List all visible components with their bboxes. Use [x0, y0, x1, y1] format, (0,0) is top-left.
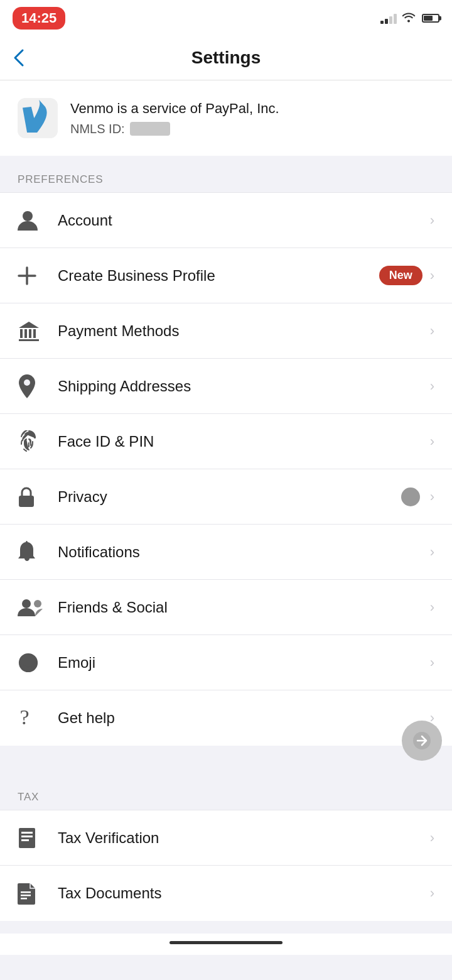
new-badge: New	[379, 266, 422, 285]
friends-icon	[18, 597, 45, 618]
preferences-label: PREFERENCES	[18, 173, 103, 185]
friends-social-chevron: ›	[430, 599, 434, 616]
emoji-item[interactable]: Emoji ›	[0, 635, 452, 690]
svg-point-13	[34, 600, 41, 607]
preferences-section-header: PREFERENCES	[0, 161, 452, 192]
svg-marker-4	[19, 322, 39, 328]
svg-point-10	[24, 379, 30, 386]
nmls-id-value	[130, 122, 170, 136]
svg-rect-23	[21, 891, 31, 893]
svg-rect-5	[20, 329, 23, 338]
shipping-addresses-item[interactable]: Shipping Addresses ›	[0, 359, 452, 414]
svg-point-15	[24, 660, 26, 662]
create-business-profile-chevron: ›	[430, 268, 434, 284]
account-chevron: ›	[430, 212, 434, 229]
payment-methods-label: Payment Methods	[58, 322, 430, 340]
status-bar: 14:25	[0, 0, 452, 35]
home-indicator	[170, 941, 282, 944]
tax-label: TAX	[18, 791, 39, 803]
signal-icon	[380, 13, 397, 24]
svg-point-12	[22, 599, 31, 608]
page-title: Settings	[191, 48, 261, 68]
tax-section-header: TAX	[0, 778, 452, 810]
plus-icon	[18, 266, 45, 285]
create-business-profile-label: Create Business Profile	[58, 267, 379, 285]
privacy-item[interactable]: Privacy ›	[0, 469, 452, 525]
svg-rect-19	[19, 828, 35, 848]
shipping-addresses-chevron: ›	[430, 378, 434, 395]
venmo-banner: Venmo is a service of PayPal, Inc. NMLS …	[0, 80, 452, 161]
person-icon	[18, 209, 45, 232]
friends-social-item[interactable]: Friends & Social ›	[0, 580, 452, 635]
bank-icon	[18, 320, 45, 342]
svg-rect-6	[24, 329, 27, 338]
svg-rect-8	[33, 329, 36, 338]
privacy-label: Privacy	[58, 488, 401, 506]
friends-social-label: Friends & Social	[58, 599, 430, 616]
tax-verification-label: Tax Verification	[58, 829, 430, 847]
face-id-pin-label: Face ID & PIN	[58, 433, 430, 450]
svg-rect-20	[21, 832, 33, 834]
svg-text:?: ?	[19, 707, 29, 729]
battery-icon	[422, 14, 439, 23]
svg-rect-9	[19, 339, 39, 341]
svg-rect-22	[21, 839, 29, 841]
svg-point-1	[23, 211, 33, 221]
svg-rect-7	[29, 329, 31, 338]
venmo-service-text: Venmo is a service of PayPal, Inc.	[70, 100, 434, 118]
preferences-list: Account › Create Business Profile New ›	[0, 192, 452, 746]
emoji-icon	[18, 652, 45, 673]
tax-verification-icon	[18, 827, 45, 849]
svg-point-16	[30, 660, 33, 662]
tax-verification-chevron: ›	[430, 830, 434, 846]
floating-action-button[interactable]	[402, 721, 442, 761]
face-id-pin-chevron: ›	[430, 433, 434, 450]
tax-documents-chevron: ›	[430, 885, 434, 901]
payment-methods-item[interactable]: Payment Methods ›	[0, 303, 452, 359]
emoji-label: Emoji	[58, 654, 430, 672]
get-help-label: Get help	[58, 709, 430, 727]
tax-documents-label: Tax Documents	[58, 885, 430, 902]
tax-verification-item[interactable]: Tax Verification ›	[0, 810, 452, 866]
tax-list: Tax Verification › Tax Documents ›	[0, 810, 452, 921]
account-label: Account	[58, 212, 430, 229]
shipping-addresses-label: Shipping Addresses	[58, 378, 430, 395]
face-id-pin-item[interactable]: Face ID & PIN ›	[0, 414, 452, 469]
venmo-nmls: NMLS ID:	[70, 122, 434, 136]
account-item[interactable]: Account ›	[0, 193, 452, 248]
tax-documents-item[interactable]: Tax Documents ›	[0, 866, 452, 921]
svg-rect-21	[21, 836, 33, 837]
location-icon	[18, 374, 45, 398]
notifications-item[interactable]: Notifications ›	[0, 525, 452, 580]
privacy-indicator	[401, 487, 420, 506]
question-icon: ?	[18, 707, 45, 729]
create-business-profile-item[interactable]: Create Business Profile New ›	[0, 248, 452, 303]
payment-methods-chevron: ›	[430, 323, 434, 339]
notifications-chevron: ›	[430, 544, 434, 560]
nav-header: Settings	[0, 35, 452, 80]
venmo-info: Venmo is a service of PayPal, Inc. NMLS …	[70, 100, 434, 136]
privacy-chevron: ›	[430, 489, 434, 505]
tax-documents-icon	[18, 882, 45, 905]
svg-rect-24	[21, 895, 31, 896]
bottom-bar	[0, 934, 452, 955]
wifi-icon	[402, 11, 416, 26]
get-help-item[interactable]: ? Get help ›	[0, 690, 452, 746]
svg-rect-25	[21, 898, 27, 900]
fingerprint-icon	[18, 430, 45, 453]
back-button[interactable]	[13, 48, 25, 68]
lock-icon	[18, 486, 45, 508]
status-icons	[380, 11, 439, 26]
bell-icon	[18, 541, 45, 564]
emoji-chevron: ›	[430, 655, 434, 671]
svg-rect-11	[19, 496, 34, 507]
status-time: 14:25	[13, 7, 65, 30]
svg-point-14	[19, 654, 37, 672]
notifications-label: Notifications	[58, 543, 430, 561]
venmo-logo	[18, 98, 58, 138]
nmls-label: NMLS ID:	[70, 122, 125, 136]
